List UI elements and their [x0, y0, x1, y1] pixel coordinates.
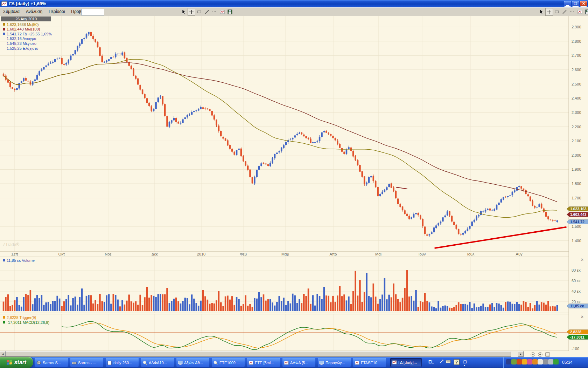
svg-text:1.400: 1.400 [572, 239, 581, 243]
task-button-label: Sarros S... [43, 361, 61, 365]
task-button-6[interactable]: ΕΤΕ [5mi... [247, 358, 280, 367]
rectangle-tool-button[interactable] [195, 8, 203, 16]
scroll-left-arrow[interactable]: ◄ [0, 351, 6, 357]
last-price-tag: 1.541,72 [567, 220, 588, 224]
task-button-8[interactable]: Παραγώγ... [318, 358, 351, 367]
toolbar-right [538, 8, 588, 16]
volume-pane-close-icon[interactable]: × [581, 257, 583, 262]
pointer-tool-button[interactable] [538, 8, 545, 16]
spybot-tray-icon[interactable] [553, 359, 559, 364]
task-button-5[interactable]: ΕΤΕ1009 ... [212, 358, 245, 367]
desktop: { "window": { "title": "ΓΔ [daily] +1,69… [0, 0, 588, 368]
restore-button[interactable]: ❐ [572, 1, 579, 7]
shield-alert-tray-icon[interactable] [522, 359, 527, 364]
task-button-2[interactable]: daily 260... [106, 358, 139, 367]
task-button-7[interactable]: ΑΛΦΑ [5... [282, 358, 315, 367]
chart-template-tool-button[interactable] [218, 8, 226, 16]
task-button-0[interactable]: Sarros S... [35, 358, 68, 367]
task-button-label: ΑΛΦΑ [5... [290, 361, 308, 365]
save-template-tool-button[interactable] [226, 8, 234, 16]
java-tray-icon[interactable] [517, 359, 522, 364]
system-tray: 05:34 [503, 357, 588, 368]
task-button-label: Παραγώγ... [326, 361, 345, 365]
taskbar-clock: 05:34 [562, 360, 573, 365]
svg-text:2.000: 2.000 [572, 153, 581, 157]
pointer-tool-button[interactable] [180, 8, 188, 16]
save-template-tool-button[interactable] [584, 8, 588, 16]
language-indicator[interactable]: EL [428, 360, 434, 364]
svg-text:Σεπ: Σεπ [11, 252, 18, 256]
symbol-input[interactable] [81, 9, 104, 15]
task-button-9[interactable]: FTASE10... [353, 358, 386, 367]
close-button[interactable]: ✕ [580, 1, 587, 7]
chart-canvas[interactable]: 2.9002.8002.7002.6002.5002.4002.3002.200… [0, 16, 588, 351]
task-button-10[interactable]: ΓΔ [daily]... [390, 358, 422, 367]
crosshair-tool-button[interactable] [188, 8, 195, 16]
svg-text:2.700: 2.700 [572, 53, 581, 57]
svg-text:Μαρ: Μαρ [281, 252, 289, 256]
svg-text:Οκτ: Οκτ [58, 252, 65, 256]
zoom-out-button[interactable]: − [531, 352, 535, 357]
svg-text:1.541,72: 1.541,72 [570, 220, 584, 224]
trendline-tool-button[interactable] [561, 8, 568, 16]
speaker-tray-icon[interactable] [548, 359, 553, 364]
trendline-tool-button[interactable] [203, 8, 211, 16]
crosshair-tool-button[interactable] [545, 8, 553, 16]
macd-legend-row-1: -17,3011 MACD(12,26,9) [3, 320, 49, 325]
binoculars-tray-icon[interactable] [543, 359, 548, 364]
window-titlebar[interactable]: ΓΔ [daily] +1,69% ▁ ❐ ✕ [0, 0, 588, 7]
messenger-tray-icon[interactable] [527, 359, 532, 364]
keyboard-layout-icon[interactable] [445, 359, 451, 365]
horizontal-scrollbar[interactable]: ◄ ► [0, 351, 524, 357]
svg-text:1.900: 1.900 [572, 167, 581, 171]
menu-bar: ΣύμβολαΑνάλυσηΠερίοδοιΠροβολή [0, 7, 588, 16]
pen-tool-icon[interactable] [438, 359, 444, 365]
legend-text: 1.602,443 Μω(100) [7, 27, 40, 31]
svg-text:-17,3011: -17,3011 [570, 335, 584, 339]
menu-0[interactable]: Σύμβολα [0, 8, 23, 16]
menu-1[interactable]: Ανάλυση [23, 8, 46, 16]
legend-text: 1.623,1638 Με(50) [7, 22, 39, 27]
card-tray-icon[interactable] [538, 359, 543, 364]
help-tray-icon[interactable]: ? [454, 359, 460, 365]
flag-tray-icon[interactable] [532, 359, 538, 364]
task-button-label: ΕΤΕ1009 ... [219, 361, 240, 365]
dotted-line-tool-button[interactable] [211, 8, 218, 16]
price-legend-row-0: 1.623,1638 Με(50) [3, 22, 39, 27]
task-button-3[interactable]: ΑΛΦΑ10... [141, 358, 174, 367]
legend-marker [3, 321, 5, 323]
windows-flag-icon [7, 360, 13, 365]
scrollbar-thumb[interactable] [6, 351, 511, 357]
svg-text:80 εκ: 80 εκ [572, 268, 581, 272]
tray-icons [506, 359, 559, 366]
chart-template-tool-button[interactable] [576, 8, 584, 16]
dotted-line-tool-button[interactable] [568, 8, 576, 16]
svg-text:1.700: 1.700 [572, 196, 581, 200]
svg-text:2010: 2010 [197, 252, 205, 256]
start-button[interactable]: start [0, 357, 33, 368]
menu-2[interactable]: Περίοδοι [46, 8, 68, 16]
volume-legend-label: 11,85 εκ Volume [7, 258, 35, 263]
price-legend-row-2: 1.541,72 ΓΔ +25,55 1,69% [3, 32, 52, 36]
svg-text:1.602,443: 1.602,443 [570, 212, 587, 217]
rectangle-tool-button[interactable] [553, 8, 561, 16]
svg-text:Απρ: Απρ [329, 252, 337, 256]
task-button-label: FTASE10... [361, 361, 380, 365]
svg-text:Ιουν: Ιουν [419, 252, 426, 256]
volume-legend: 11,85 εκ Volume [3, 258, 35, 263]
svg-text:2.100: 2.100 [572, 139, 581, 143]
task-button-4[interactable]: Αξιών Αθ... [176, 358, 209, 367]
scroll-right-arrow[interactable]: ► [518, 351, 524, 357]
window-title: ΓΔ [daily] +1,69% [9, 1, 46, 6]
restore-window-tray-icon[interactable]: ❐▾ [462, 359, 468, 365]
r-app-tray-icon[interactable] [506, 359, 511, 364]
task-button-1[interactable]: Sarros - ... [70, 358, 103, 367]
price-legend-row-5: 1.525,25 Ελάχιστο [3, 46, 38, 50]
chart-area[interactable]: 2.9002.8002.7002.6002.5002.4002.3002.200… [0, 16, 588, 357]
zoom-in-button[interactable]: + [538, 352, 542, 357]
svg-text:2.500: 2.500 [572, 82, 581, 86]
macd-pane-close-icon[interactable]: × [581, 314, 583, 319]
puzzle-tray-icon[interactable] [511, 359, 517, 364]
minimize-button[interactable]: ▁ [564, 1, 571, 7]
fit-width-button[interactable]: ↔ [545, 352, 550, 357]
